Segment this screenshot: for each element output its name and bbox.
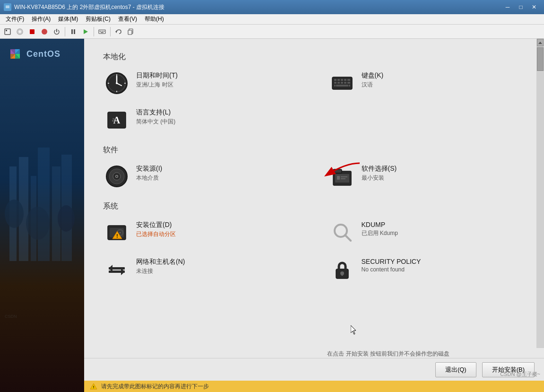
svg-rect-52 — [344, 79, 346, 81]
config-item-security[interactable]: SECURITY POLICY No content found — [328, 256, 526, 283]
maximize-button[interactable]: □ — [515, 2, 527, 12]
menu-view[interactable]: 查看(V) — [114, 14, 141, 24]
config-item-install-source[interactable]: 安装源(I) 本地介质 — [103, 163, 300, 190]
menu-clipboard[interactable]: 剪贴板(C) — [82, 14, 114, 24]
toolbar-sep-3 — [110, 27, 111, 36]
kdump-title: KDUMP — [362, 221, 398, 228]
svg-rect-5 — [6, 30, 7, 31]
svg-rect-55 — [337, 82, 340, 84]
svg-rect-60 — [334, 85, 336, 87]
kdump-icon — [330, 221, 354, 244]
content-wrapper: 本地化 — [84, 39, 544, 392]
config-item-language[interactable]: A a 语言支持(L) 简体中文 (中国) — [103, 106, 300, 134]
section-title-software: 软件 — [103, 145, 525, 155]
config-item-install-dest[interactable]: ! 安装位置(D) 已选择自动分区 — [103, 219, 300, 246]
svg-point-9 — [42, 29, 47, 35]
svg-point-36 — [26, 207, 50, 240]
svg-point-69 — [116, 176, 118, 177]
system-grid: ! 安装位置(D) 已选择自动分区 — [103, 219, 525, 283]
toolbar-keyboard-btn[interactable] — [96, 26, 108, 37]
svg-rect-1 — [6, 7, 9, 7]
config-item-kdump[interactable]: KDUMP 已启用 Kdump — [328, 219, 526, 246]
menu-action[interactable]: 操作(A) — [28, 14, 54, 24]
scroll-thumb[interactable] — [537, 47, 544, 71]
svg-rect-50 — [337, 79, 340, 81]
kdump-subtitle: 已启用 Kdump — [362, 229, 398, 237]
content-area: 本地化 — [84, 39, 544, 348]
warning-bar: ! 请先完成带此图标标记的内容再进行下一步 — [84, 381, 544, 392]
centos-icon — [6, 44, 25, 63]
svg-point-43 — [116, 82, 118, 84]
centos-logo: CentOS — [6, 44, 60, 63]
sidebar-logo: CentOS — [0, 39, 84, 69]
security-text: SECURITY POLICY No content found — [362, 258, 421, 273]
datetime-subtitle: 亚洲/上海 时区 — [136, 81, 178, 89]
toolbar-power-btn[interactable] — [51, 26, 62, 37]
title-bar-left: WIN-KV874AB85D6 上的 2外部虚拟机centos7 - 虚拟机连接 — [4, 3, 164, 11]
network-icon — [105, 258, 129, 281]
language-subtitle: 简体中文 (中国) — [136, 118, 175, 126]
config-item-datetime[interactable]: 日期和时间(T) 亚洲/上海 时区 — [103, 70, 300, 97]
menu-help[interactable]: 帮助(H) — [141, 14, 168, 24]
bottom-bar: 退出(Q) 开始安装(B) — [84, 358, 544, 381]
toolbar-red-btn[interactable] — [39, 26, 50, 37]
keyboard-title: 键盘(K) — [362, 71, 384, 80]
menu-file[interactable]: 文件(F) — [2, 14, 28, 24]
toolbar-sep-1 — [65, 27, 65, 36]
disk-warning-icon: ! — [105, 221, 129, 244]
svg-point-37 — [58, 205, 75, 232]
language-icon: A a — [105, 108, 129, 132]
svg-rect-3 — [6, 6, 9, 6]
centos-text: CentOS — [26, 49, 60, 59]
svg-rect-11 — [74, 29, 75, 34]
app-icon — [4, 3, 11, 11]
language-text: 语言支持(L) 简体中文 (中国) — [136, 108, 175, 126]
toolbar-pause-btn[interactable] — [68, 26, 79, 37]
toolbar-play-btn[interactable] — [80, 26, 91, 37]
warning-text: 请先完成带此图标标记的内容再进行下一步 — [101, 383, 209, 391]
svg-text:!: ! — [116, 234, 118, 239]
config-item-network[interactable]: 网络和主机名(N) 未连接 — [103, 256, 300, 283]
config-item-keyboard[interactable]: 键盘(K) 汉语 — [328, 70, 526, 97]
security-subtitle: No content found — [362, 266, 421, 273]
section-localization: 本地化 — [103, 52, 525, 134]
network-text: 网络和主机名(N) 未连接 — [136, 258, 185, 275]
close-button[interactable]: ✕ — [528, 2, 540, 12]
kdump-text: KDUMP 已启用 Kdump — [362, 221, 398, 237]
svg-marker-92 — [538, 42, 542, 44]
keyboard-text: 键盘(K) 汉语 — [362, 71, 384, 89]
svg-line-84 — [345, 235, 351, 241]
software-selection-text: 软件选择(S) 最小安装 — [362, 165, 397, 182]
toolbar-home-btn[interactable] — [2, 26, 13, 37]
svg-rect-71 — [333, 169, 342, 173]
minimize-button[interactable]: ─ — [501, 2, 514, 12]
quit-button[interactable]: 退出(Q) — [435, 362, 476, 377]
main-container: CentOS CSDN — [0, 39, 544, 392]
svg-rect-57 — [344, 82, 346, 84]
scroll-up-btn[interactable] — [537, 39, 544, 46]
window-controls[interactable]: ─ □ ✕ — [501, 2, 540, 12]
menu-media[interactable]: 媒体(M) — [54, 14, 82, 24]
network-title: 网络和主机名(N) — [136, 258, 185, 266]
toolbar-stop-btn[interactable] — [26, 26, 38, 37]
svg-rect-73 — [337, 176, 340, 180]
config-item-software-selection[interactable]: 软件选择(S) 最小安装 — [328, 163, 526, 190]
svg-rect-32 — [38, 148, 50, 261]
language-title: 语言支持(L) — [136, 108, 175, 117]
software-selection-title: 软件选择(S) — [362, 165, 397, 173]
toolbar-undo-btn[interactable] — [113, 26, 124, 37]
install-source-text: 安装源(I) 本地介质 — [136, 165, 162, 182]
svg-marker-12 — [84, 29, 88, 34]
software-selection-subtitle: 最小安装 — [362, 174, 397, 182]
keyboard-subtitle: 汉语 — [362, 81, 384, 89]
svg-text:CSDN: CSDN — [5, 314, 17, 319]
toolbar-copy-btn[interactable] — [125, 26, 137, 37]
scrollbar[interactable] — [536, 39, 544, 348]
window-title: WIN-KV874AB85D6 上的 2外部虚拟机centos7 - 虚拟机连接 — [14, 3, 164, 11]
svg-rect-58 — [347, 82, 350, 84]
toolbar-back-btn[interactable] — [14, 26, 26, 37]
install-dest-text: 安装位置(D) 已选择自动分区 — [136, 221, 176, 238]
svg-rect-53 — [347, 79, 350, 81]
svg-text:!: ! — [93, 385, 95, 389]
svg-rect-56 — [341, 82, 343, 84]
